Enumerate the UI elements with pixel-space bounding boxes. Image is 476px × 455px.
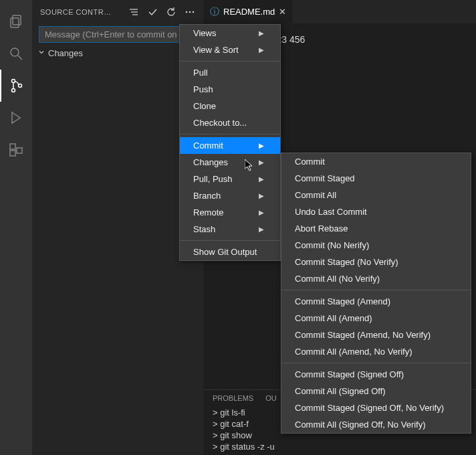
menu-item-changes[interactable]: Changes▶ — [180, 154, 280, 171]
svg-point-15 — [189, 11, 191, 13]
activity-search[interactable] — [0, 37, 32, 70]
panel-tab-output[interactable]: OU — [265, 394, 277, 402]
svg-rect-8 — [10, 144, 15, 149]
commit-check-icon[interactable] — [147, 7, 158, 17]
svg-point-16 — [193, 11, 195, 13]
submenu-item-commit-staged-signed-off-no-verify-[interactable]: Commit Staged (Signed Off, No Verify) — [281, 399, 471, 416]
submenu-item-commit-all-amend-[interactable]: Commit All (Amend) — [281, 310, 471, 327]
submenu-item-commit-staged-no-verify-[interactable]: Commit Staged (No Verify) — [281, 254, 471, 270]
svg-line-3 — [18, 56, 22, 60]
commit-message-input[interactable] — [39, 26, 197, 43]
chevron-right-icon: ▶ — [259, 192, 264, 199]
close-icon[interactable]: ✕ — [279, 7, 286, 17]
tab-label: README.md — [223, 7, 275, 17]
submenu-item-commit-staged[interactable]: Commit Staged — [281, 170, 471, 187]
submenu-item-commit-all-no-verify-[interactable]: Commit All (No Verify) — [281, 270, 471, 287]
sidebar: SOURCE CONTR… Changes — [32, 0, 203, 455]
chevron-right-icon: ▶ — [259, 175, 264, 183]
activity-extensions[interactable] — [0, 134, 32, 166]
chevron-down-icon — [37, 48, 45, 58]
sidebar-header: SOURCE CONTR… — [32, 0, 203, 23]
menu-item-branch[interactable]: Branch▶ — [180, 187, 280, 204]
chevron-right-icon: ▶ — [259, 46, 264, 54]
svg-point-5 — [12, 89, 15, 92]
changes-label: Changes — [48, 48, 83, 58]
submenu-item-commit-all-amend-no-verify-[interactable]: Commit All (Amend, No Verify) — [281, 343, 471, 360]
submenu-item-undo-last-commit[interactable]: Undo Last Commit — [281, 203, 471, 220]
chevron-right-icon: ▶ — [259, 209, 264, 216]
menu-item-pull-push[interactable]: Pull, Push▶ — [180, 171, 280, 187]
submenu-item-commit-all-signed-off-[interactable]: Commit All (Signed Off) — [281, 383, 471, 399]
svg-point-14 — [186, 11, 188, 13]
menu-item-commit[interactable]: Commit▶ — [180, 137, 280, 154]
svg-rect-10 — [17, 148, 22, 153]
submenu-item-commit-no-nerify-[interactable]: Commit (No Nerify) — [281, 237, 471, 254]
menu-item-stash[interactable]: Stash▶ — [180, 221, 280, 238]
menu-item-clone[interactable]: Clone — [180, 98, 280, 114]
editor-tabs: ⓘ README.md ✕ — [203, 0, 476, 23]
tab-readme[interactable]: ⓘ README.md ✕ — [203, 0, 293, 23]
activity-explorer[interactable] — [0, 5, 32, 37]
svg-rect-9 — [10, 151, 15, 156]
submenu-item-abort-rebase[interactable]: Abort Rebase — [281, 220, 471, 237]
svg-point-6 — [19, 84, 22, 88]
extensions-icon — [8, 142, 24, 158]
submenu-item-commit-all[interactable]: Commit All — [281, 187, 471, 203]
submenu-item-commit-staged-amend-[interactable]: Commit Staged (Amend) — [281, 293, 471, 310]
panel-tab-problems[interactable]: PROBLEMS — [213, 394, 253, 402]
svg-rect-1 — [11, 18, 19, 27]
source-control-icon — [9, 78, 25, 94]
info-icon: ⓘ — [210, 6, 219, 18]
menu-item-show-git-output[interactable]: Show Git Output — [180, 244, 280, 260]
activity-bar — [0, 0, 32, 455]
submenu-item-commit-staged-amend-no-verify-[interactable]: Commit Staged (Amend, No Verify) — [281, 327, 471, 343]
menu-item-views[interactable]: Views▶ — [180, 25, 280, 41]
menu-item-checkout-to-[interactable]: Checkout to... — [180, 114, 280, 131]
chevron-right-icon: ▶ — [259, 159, 264, 166]
menu-item-remote[interactable]: Remote▶ — [180, 204, 280, 221]
sidebar-title: SOURCE CONTR… — [40, 8, 128, 16]
more-actions-icon[interactable] — [185, 7, 195, 17]
menu-item-pull[interactable]: Pull — [180, 64, 280, 81]
sidebar-actions — [128, 7, 195, 17]
activity-run-debug[interactable] — [0, 102, 32, 134]
svg-point-2 — [11, 48, 19, 56]
commit-message-box — [39, 26, 197, 43]
submenu-item-commit[interactable]: Commit — [281, 153, 471, 170]
play-bug-icon — [8, 110, 24, 126]
chevron-right-icon: ▶ — [259, 142, 264, 149]
chevron-right-icon: ▶ — [259, 29, 264, 37]
submenu-item-commit-staged-signed-off-[interactable]: Commit Staged (Signed Off) — [281, 366, 471, 383]
view-as-tree-icon[interactable] — [128, 7, 139, 17]
svg-point-4 — [12, 80, 15, 83]
terminal-line: > git status -z -u — [213, 442, 467, 453]
menu-item-view-sort[interactable]: View & Sort▶ — [180, 41, 280, 58]
activity-source-control[interactable] — [0, 70, 32, 102]
scm-more-actions-menu: Views▶View & Sort▶PullPushCloneCheckout … — [179, 24, 281, 261]
search-icon — [8, 46, 24, 62]
menu-item-push[interactable]: Push — [180, 81, 280, 98]
files-icon — [8, 13, 24, 29]
svg-marker-7 — [12, 112, 20, 123]
changes-section-header[interactable]: Changes — [32, 47, 203, 60]
svg-rect-0 — [13, 15, 21, 25]
refresh-icon[interactable] — [166, 7, 176, 17]
commit-submenu: CommitCommit StagedCommit AllUndo Last C… — [281, 153, 471, 434]
chevron-right-icon: ▶ — [259, 225, 264, 233]
submenu-item-commit-all-signed-off-no-verify-[interactable]: Commit All (Signed Off, No Verify) — [281, 416, 471, 433]
